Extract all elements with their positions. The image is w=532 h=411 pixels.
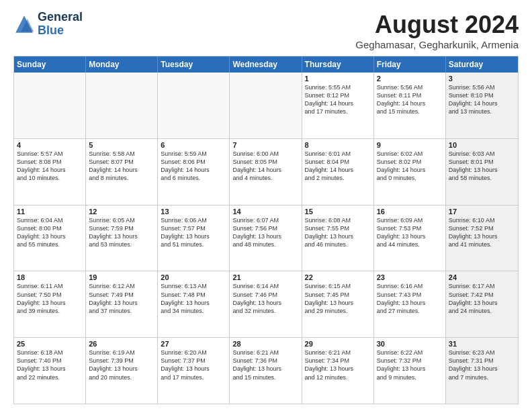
day-number: 20 xyxy=(161,273,226,281)
logo: General Blue xyxy=(13,11,83,38)
day-number: 25 xyxy=(17,340,83,348)
day-info: Sunrise: 6:08 AM Sunset: 7:55 PM Dayligh… xyxy=(305,216,371,249)
day-info: Sunrise: 6:12 AM Sunset: 7:49 PM Dayligh… xyxy=(89,282,154,315)
day-number: 23 xyxy=(377,273,443,281)
day-cell: 11Sunrise: 6:04 AM Sunset: 8:00 PM Dayli… xyxy=(14,205,86,271)
day-cell: 23Sunrise: 6:16 AM Sunset: 7:43 PM Dayli… xyxy=(374,271,446,337)
day-cell: 9Sunrise: 6:02 AM Sunset: 8:02 PM Daylig… xyxy=(374,139,446,205)
day-cell: 30Sunrise: 6:22 AM Sunset: 7:32 PM Dayli… xyxy=(374,338,446,404)
day-number: 18 xyxy=(17,273,83,281)
day-number: 24 xyxy=(449,273,515,281)
day-info: Sunrise: 6:14 AM Sunset: 7:46 PM Dayligh… xyxy=(232,282,298,315)
day-number: 7 xyxy=(232,141,298,149)
day-number: 3 xyxy=(449,75,515,83)
week-row-1: 1Sunrise: 5:55 AM Sunset: 8:12 PM Daylig… xyxy=(14,73,518,139)
day-cell: 20Sunrise: 6:13 AM Sunset: 7:48 PM Dayli… xyxy=(158,271,230,337)
day-number: 6 xyxy=(161,141,226,149)
day-cell: 26Sunrise: 6:19 AM Sunset: 7:39 PM Dayli… xyxy=(86,338,158,404)
day-number: 22 xyxy=(305,273,371,281)
day-number: 14 xyxy=(232,208,298,216)
week-row-4: 18Sunrise: 6:11 AM Sunset: 7:50 PM Dayli… xyxy=(14,271,518,338)
day-cell: 19Sunrise: 6:12 AM Sunset: 7:49 PM Dayli… xyxy=(86,271,158,337)
day-info: Sunrise: 6:18 AM Sunset: 7:40 PM Dayligh… xyxy=(17,349,83,381)
header: General Blue August 2024 Geghamasar, Geg… xyxy=(13,11,519,50)
day-number: 11 xyxy=(17,208,83,216)
day-number: 8 xyxy=(305,141,371,149)
title-block: August 2024 Geghamasar, Gegharkunik, Arm… xyxy=(355,11,519,50)
day-info: Sunrise: 6:13 AM Sunset: 7:48 PM Dayligh… xyxy=(161,282,226,315)
day-cell: 29Sunrise: 6:21 AM Sunset: 7:34 PM Dayli… xyxy=(302,338,374,404)
day-info: Sunrise: 6:16 AM Sunset: 7:43 PM Dayligh… xyxy=(377,282,443,315)
day-info: Sunrise: 6:02 AM Sunset: 8:02 PM Dayligh… xyxy=(377,150,443,183)
day-info: Sunrise: 5:55 AM Sunset: 8:12 PM Dayligh… xyxy=(305,83,371,116)
day-cell: 21Sunrise: 6:14 AM Sunset: 7:46 PM Dayli… xyxy=(230,271,302,337)
day-info: Sunrise: 5:56 AM Sunset: 8:11 PM Dayligh… xyxy=(377,83,443,116)
day-headers: SundayMondayTuesdayWednesdayThursdayFrid… xyxy=(14,56,518,73)
week-row-5: 25Sunrise: 6:18 AM Sunset: 7:40 PM Dayli… xyxy=(14,338,518,404)
day-header-wednesday: Wednesday xyxy=(230,56,302,73)
day-cell: 17Sunrise: 6:10 AM Sunset: 7:52 PM Dayli… xyxy=(446,205,518,271)
day-cell: 16Sunrise: 6:09 AM Sunset: 7:53 PM Dayli… xyxy=(374,205,446,271)
day-cell xyxy=(14,73,86,138)
calendar: SundayMondayTuesdayWednesdayThursdayFrid… xyxy=(13,56,519,404)
day-number: 5 xyxy=(89,141,154,149)
day-info: Sunrise: 6:20 AM Sunset: 7:37 PM Dayligh… xyxy=(161,349,226,381)
day-info: Sunrise: 6:09 AM Sunset: 7:53 PM Dayligh… xyxy=(377,216,443,249)
day-info: Sunrise: 5:56 AM Sunset: 8:10 PM Dayligh… xyxy=(449,83,515,116)
day-number: 16 xyxy=(377,208,443,216)
day-header-monday: Monday xyxy=(86,56,158,73)
day-cell: 3Sunrise: 5:56 AM Sunset: 8:10 PM Daylig… xyxy=(446,73,518,138)
day-number: 13 xyxy=(161,208,226,216)
day-number: 2 xyxy=(377,75,443,83)
week-row-2: 4Sunrise: 5:57 AM Sunset: 8:08 PM Daylig… xyxy=(14,139,518,205)
day-info: Sunrise: 6:23 AM Sunset: 7:31 PM Dayligh… xyxy=(449,349,515,381)
day-info: Sunrise: 6:17 AM Sunset: 7:42 PM Dayligh… xyxy=(449,282,515,315)
day-number: 30 xyxy=(377,340,443,348)
day-info: Sunrise: 6:06 AM Sunset: 7:57 PM Dayligh… xyxy=(161,216,226,249)
day-number: 9 xyxy=(377,141,443,149)
day-info: Sunrise: 6:03 AM Sunset: 8:01 PM Dayligh… xyxy=(449,150,515,183)
day-header-tuesday: Tuesday xyxy=(158,56,230,73)
day-cell: 2Sunrise: 5:56 AM Sunset: 8:11 PM Daylig… xyxy=(374,73,446,138)
day-number: 21 xyxy=(232,273,298,281)
day-cell: 8Sunrise: 6:01 AM Sunset: 8:04 PM Daylig… xyxy=(302,139,374,205)
day-cell: 24Sunrise: 6:17 AM Sunset: 7:42 PM Dayli… xyxy=(446,271,518,337)
logo-line2: Blue xyxy=(38,24,83,38)
day-header-friday: Friday xyxy=(374,56,446,73)
page: General Blue August 2024 Geghamasar, Geg… xyxy=(0,0,532,411)
day-cell: 22Sunrise: 6:15 AM Sunset: 7:45 PM Dayli… xyxy=(302,271,374,337)
logo-text: General Blue xyxy=(38,11,83,38)
day-number: 1 xyxy=(305,75,371,83)
day-info: Sunrise: 6:05 AM Sunset: 7:59 PM Dayligh… xyxy=(89,216,154,249)
day-cell xyxy=(230,73,302,138)
calendar-body: 1Sunrise: 5:55 AM Sunset: 8:12 PM Daylig… xyxy=(14,73,518,404)
day-cell: 18Sunrise: 6:11 AM Sunset: 7:50 PM Dayli… xyxy=(14,271,86,337)
day-number: 12 xyxy=(89,208,154,216)
day-info: Sunrise: 6:19 AM Sunset: 7:39 PM Dayligh… xyxy=(89,349,154,381)
week-row-3: 11Sunrise: 6:04 AM Sunset: 8:00 PM Dayli… xyxy=(14,205,518,272)
day-cell xyxy=(158,73,230,138)
day-info: Sunrise: 6:21 AM Sunset: 7:34 PM Dayligh… xyxy=(305,349,371,381)
main-title: August 2024 xyxy=(355,11,519,39)
day-number: 17 xyxy=(449,208,515,216)
day-number: 28 xyxy=(232,340,298,348)
day-info: Sunrise: 6:04 AM Sunset: 8:00 PM Dayligh… xyxy=(17,216,83,249)
logo-icon xyxy=(13,13,35,35)
day-info: Sunrise: 6:11 AM Sunset: 7:50 PM Dayligh… xyxy=(17,282,83,315)
day-number: 26 xyxy=(89,340,154,348)
logo-line1: General xyxy=(38,11,83,24)
day-info: Sunrise: 6:15 AM Sunset: 7:45 PM Dayligh… xyxy=(305,282,371,315)
day-info: Sunrise: 6:01 AM Sunset: 8:04 PM Dayligh… xyxy=(305,150,371,183)
day-cell: 25Sunrise: 6:18 AM Sunset: 7:40 PM Dayli… xyxy=(14,338,86,404)
day-number: 15 xyxy=(305,208,371,216)
day-cell: 15Sunrise: 6:08 AM Sunset: 7:55 PM Dayli… xyxy=(302,205,374,271)
day-cell: 7Sunrise: 6:00 AM Sunset: 8:05 PM Daylig… xyxy=(230,139,302,205)
day-number: 10 xyxy=(449,141,515,149)
day-info: Sunrise: 5:57 AM Sunset: 8:08 PM Dayligh… xyxy=(17,150,83,183)
day-info: Sunrise: 5:59 AM Sunset: 8:06 PM Dayligh… xyxy=(161,150,226,183)
day-cell: 13Sunrise: 6:06 AM Sunset: 7:57 PM Dayli… xyxy=(158,205,230,271)
day-info: Sunrise: 6:21 AM Sunset: 7:36 PM Dayligh… xyxy=(232,349,298,381)
day-cell: 10Sunrise: 6:03 AM Sunset: 8:01 PM Dayli… xyxy=(446,139,518,205)
day-info: Sunrise: 5:58 AM Sunset: 8:07 PM Dayligh… xyxy=(89,150,154,183)
day-cell: 1Sunrise: 5:55 AM Sunset: 8:12 PM Daylig… xyxy=(302,73,374,138)
